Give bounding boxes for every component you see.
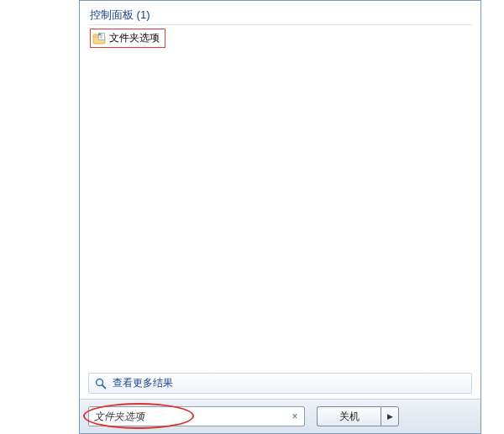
shutdown-options-arrow[interactable]: ▶ bbox=[381, 406, 399, 426]
shutdown-button[interactable]: 关机 bbox=[317, 406, 381, 426]
search-input[interactable] bbox=[88, 406, 305, 426]
shutdown-split-button: 关机 ▶ bbox=[317, 406, 399, 426]
svg-line-5 bbox=[102, 384, 106, 388]
triangle-right-icon: ▶ bbox=[387, 412, 393, 421]
bottom-bar: × 关机 ▶ bbox=[80, 399, 480, 433]
clear-search-button[interactable]: × bbox=[288, 410, 302, 423]
result-item-folder-options[interactable]: 文件夹选项 bbox=[90, 29, 165, 48]
search-icon bbox=[94, 377, 108, 390]
result-item-label: 文件夹选项 bbox=[109, 31, 160, 45]
see-more-results-label: 查看更多结果 bbox=[113, 376, 173, 390]
search-field-wrap: × bbox=[88, 406, 305, 426]
svg-point-3 bbox=[99, 34, 101, 35]
svg-rect-1 bbox=[93, 34, 98, 37]
more-results-container: 查看更多结果 bbox=[80, 373, 480, 399]
folder-options-icon bbox=[92, 32, 106, 45]
start-menu-search-panel: 控制面板 (1) 文件夹选项 查看更多结果 bbox=[79, 0, 481, 434]
category-control-panel: 控制面板 (1) bbox=[88, 6, 472, 25]
search-results-area: 控制面板 (1) 文件夹选项 bbox=[80, 1, 480, 373]
see-more-results[interactable]: 查看更多结果 bbox=[88, 373, 472, 394]
